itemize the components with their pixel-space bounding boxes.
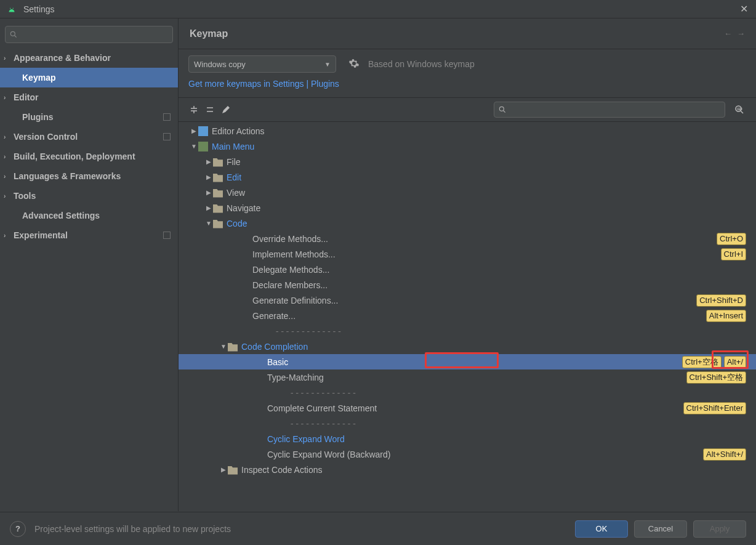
gear-icon[interactable]: [348, 58, 360, 71]
svg-point-2: [10, 31, 15, 36]
folder-icon: [213, 157, 223, 167]
shortcut-list: Ctrl+Shift+Enter: [683, 402, 747, 414]
shortcut-badge: Ctrl+O: [717, 233, 746, 245]
tree-row-label: Cyclic Expand Word (Backward): [267, 450, 390, 459]
nav-forward-icon[interactable]: →: [737, 29, 745, 38]
tree-row-label: View: [227, 188, 245, 198]
separator: -------------: [179, 323, 756, 339]
folder-icon: [228, 465, 238, 475]
tree-row[interactable]: ▶Edit: [179, 169, 756, 185]
footer-hint: Project-level settings will be applied t…: [34, 524, 231, 534]
tree-row[interactable]: Generate Definitions...Ctrl+Shift+D: [179, 293, 756, 308]
shortcut-list: Ctrl+Shift+空格: [686, 371, 746, 384]
tree-row-label: Override Methods...: [252, 234, 328, 244]
find-by-shortcut-icon[interactable]: ⌨: [730, 102, 749, 118]
tree-row-label: Implement Methods...: [252, 249, 336, 259]
tree-row[interactable]: ▼Main Menu: [179, 139, 756, 154]
tree-row[interactable]: Generate...Alt+Insert: [179, 308, 756, 323]
tree-toolbar: ⌨: [179, 97, 756, 122]
shortcut-badge: Ctrl+Shift+D: [696, 294, 746, 307]
tree-row[interactable]: Override Methods...Ctrl+O: [179, 231, 756, 246]
chevron-down-icon: ▼: [204, 220, 213, 227]
actions-tree[interactable]: ▶Editor Actions▼Main Menu▶File▶Edit▶View…: [179, 122, 756, 511]
tree-row[interactable]: ▶View: [179, 185, 756, 200]
sidebar-item[interactable]: Keymap: [0, 68, 178, 87]
tree-row[interactable]: Cyclic Expand Word (Backward)Alt+Shift+/: [179, 446, 756, 462]
highlight-annotation: [425, 352, 499, 368]
close-icon[interactable]: ✕: [738, 3, 750, 15]
chevron-down-icon: ▼: [190, 143, 198, 150]
sidebar-item-label: Languages & Frameworks: [14, 171, 121, 181]
cancel-button[interactable]: Cancel: [634, 520, 687, 538]
folder-icon: [213, 203, 223, 213]
chevron-right-icon: ›: [4, 232, 6, 239]
window-title: Settings: [23, 4, 55, 14]
edit-shortcut-icon[interactable]: [218, 102, 234, 118]
sidebar-item-label: Build, Execution, Deployment: [14, 151, 135, 161]
chevron-right-icon: ▶: [204, 158, 213, 165]
tree-row-label: Code Completion: [241, 342, 308, 352]
search-icon: [498, 105, 507, 114]
expand-all-icon[interactable]: [186, 102, 202, 118]
tree-row-label: Generate...: [252, 311, 296, 321]
sidebar-item[interactable]: ›Editor: [0, 87, 178, 107]
shortcut-list: Ctrl+O: [717, 233, 746, 245]
tree-row[interactable]: Implement Methods...Ctrl+I: [179, 246, 756, 262]
android-studio-logo-icon: [6, 4, 17, 15]
tree-row-label: Editor Actions: [212, 126, 265, 136]
apply-button[interactable]: Apply: [693, 520, 746, 538]
shortcut-list: Alt+Insert: [706, 310, 746, 322]
tree-row[interactable]: ▼Code Completion: [179, 339, 756, 354]
sidebar-item[interactable]: Plugins: [0, 107, 178, 127]
tree-row[interactable]: Complete Current StatementCtrl+Shift+Ent…: [179, 400, 756, 416]
tree-row[interactable]: Type-MatchingCtrl+Shift+空格: [179, 369, 756, 385]
keymap-selector-dropdown[interactable]: Windows copy ▼: [188, 55, 336, 73]
shortcut-list: Ctrl+空格Alt+/: [682, 356, 746, 368]
sidebar-item[interactable]: Advanced Settings: [0, 206, 178, 225]
tree-row[interactable]: ▼Code: [179, 216, 756, 231]
svg-text:⌨: ⌨: [737, 107, 742, 111]
sidebar-item-label: Tools: [14, 191, 36, 201]
tree-row-label: Code: [227, 219, 247, 228]
sidebar-item[interactable]: ›Build, Execution, Deployment: [0, 147, 178, 166]
tree-row-label: Edit: [227, 172, 241, 182]
chevron-down-icon: ▼: [324, 61, 331, 68]
sidebar-item-label: Appearance & Behavior: [14, 53, 111, 63]
svg-line-5: [504, 111, 505, 113]
tree-row[interactable]: Delegate Methods...: [179, 262, 756, 277]
tree-row[interactable]: Cyclic Expand Word: [179, 431, 756, 446]
tree-row[interactable]: ▶Inspect Code Actions: [179, 462, 756, 477]
sidebar-item[interactable]: ›Appearance & Behavior: [0, 48, 178, 68]
shortcut-list: Ctrl+I: [721, 248, 746, 260]
tree-row[interactable]: ▶Editor Actions: [179, 123, 756, 139]
collapse-all-icon[interactable]: [202, 102, 218, 118]
sidebar-item[interactable]: ›Version Control: [0, 127, 178, 147]
help-icon[interactable]: ?: [10, 521, 26, 537]
sidebar-item[interactable]: ›Languages & Frameworks: [0, 166, 178, 186]
tree-row[interactable]: Declare Members...: [179, 277, 756, 293]
tree-search-input[interactable]: [494, 102, 725, 118]
shortcut-badge: Ctrl+Shift+Enter: [683, 402, 747, 414]
tree-row-label: Generate Definitions...: [252, 296, 338, 305]
sidebar-search-input[interactable]: [5, 26, 173, 43]
keymap-selector-value: Windows copy: [194, 60, 246, 69]
sidebar-item[interactable]: ›Experimental: [0, 225, 178, 245]
tree-row[interactable]: ▶Navigate: [179, 200, 756, 216]
project-scope-icon: [163, 232, 171, 239]
chevron-right-icon: ▶: [219, 466, 228, 473]
chevron-right-icon: ▶: [190, 127, 198, 134]
svg-point-1: [13, 7, 14, 9]
titlebar: Settings ✕: [0, 0, 756, 18]
chevron-right-icon: ▶: [204, 204, 213, 211]
tree-row-label: Main Menu: [212, 142, 254, 151]
shortcut-badge: Alt+Shift+/: [703, 448, 746, 461]
tree-row[interactable]: BasicCtrl+空格Alt+/: [179, 354, 756, 369]
cancel-button-label: Cancel: [648, 524, 673, 533]
tree-row-label: Type-Matching: [267, 373, 324, 382]
sidebar-item[interactable]: ›Tools: [0, 186, 178, 206]
get-more-keymaps-link[interactable]: Get more keymaps in Settings | Plugins: [188, 79, 339, 89]
ok-button[interactable]: OK: [575, 520, 628, 538]
svg-line-7: [741, 111, 743, 113]
tree-row[interactable]: ▶File: [179, 154, 756, 169]
nav-back-icon[interactable]: ←: [724, 29, 732, 38]
